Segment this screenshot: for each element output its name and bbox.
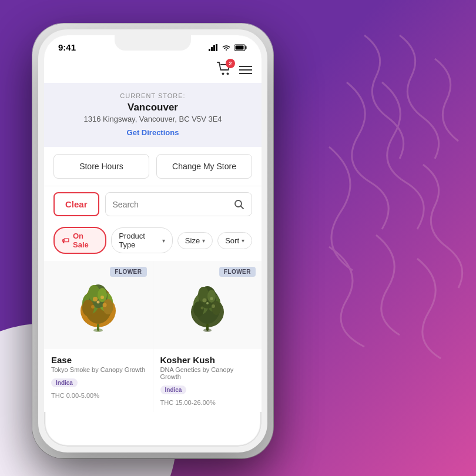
product-image-2 (175, 273, 240, 337)
hamburger-line-3 (239, 73, 252, 74)
search-input-wrap (105, 192, 252, 216)
size-chevron: ▾ (202, 237, 205, 244)
signal-icon (209, 44, 218, 51)
get-directions-link[interactable]: Get Directions (127, 128, 179, 137)
phone: 9:41 (38, 29, 267, 452)
svg-point-40 (206, 302, 209, 304)
svg-point-33 (207, 290, 216, 303)
cart-badge: 2 (226, 59, 235, 68)
search-input[interactable] (113, 200, 234, 209)
sort-chevron: ▾ (242, 237, 244, 244)
product-brand-2: DNA Genetics by Canopy Growth (160, 366, 255, 380)
svg-point-9 (227, 73, 229, 75)
product-name-1: Ease (51, 355, 146, 365)
product-thc-1: THC 0.00-5.00% (51, 392, 146, 399)
current-store-label: CURRENT STORE: (56, 92, 250, 99)
search-icon (234, 199, 244, 210)
store-address: 1316 Kingsway, Vancouver, BC V5V 3E4 (56, 115, 250, 123)
battery-icon (234, 44, 247, 51)
store-section: CURRENT STORE: Vancouver 1316 Kingsway, … (44, 83, 262, 147)
hamburger-line-2 (239, 69, 252, 71)
svg-point-23 (103, 303, 107, 307)
app-header: 2 (44, 57, 262, 83)
notch (115, 35, 191, 51)
menu-button[interactable] (239, 66, 252, 74)
status-icons (209, 44, 247, 51)
on-sale-filter[interactable]: 🏷 On Sale (53, 227, 106, 254)
product-type-badge-1: Indica (51, 378, 78, 387)
filter-row: 🏷 On Sale Product Type ▾ Size ▾ Sort ▾ (44, 222, 262, 261)
product-info-1: Ease Tokyo Smoke by Canopy Growth Indica… (44, 349, 153, 405)
on-sale-label: On Sale (73, 232, 98, 249)
phone-outer: 9:41 (32, 24, 273, 458)
svg-point-24 (97, 301, 100, 304)
flower-badge-1: FLOWER (110, 267, 146, 277)
svg-point-8 (222, 73, 224, 75)
svg-rect-4 (216, 44, 217, 51)
svg-point-10 (235, 200, 242, 207)
svg-point-35 (212, 301, 221, 315)
product-card-2[interactable]: FLOWER (153, 261, 262, 412)
product-type-filter[interactable]: Product Type ▾ (111, 227, 173, 253)
svg-rect-3 (213, 45, 215, 51)
product-image-wrap-1: FLOWER (44, 261, 153, 349)
svg-rect-6 (246, 46, 247, 49)
flower-badge-2: FLOWER (219, 267, 256, 277)
product-image-1 (66, 273, 130, 337)
search-bar: Clear (44, 186, 262, 222)
product-type-badge-2: Indica (160, 386, 187, 394)
product-brand-1: Tokyo Smoke by Canopy Growth (51, 366, 146, 373)
tag-icon: 🏷 (62, 236, 69, 245)
svg-point-37 (210, 297, 213, 300)
svg-point-22 (91, 305, 95, 309)
store-hours-button[interactable]: Store Hours (53, 154, 149, 179)
svg-point-20 (93, 297, 98, 301)
product-type-chevron: ▾ (162, 237, 165, 244)
product-info-2: Kosher Kush DNA Genetics by Canopy Growt… (153, 349, 262, 412)
svg-point-39 (212, 304, 215, 308)
sort-filter[interactable]: Sort ▾ (217, 232, 252, 249)
product-name-2: Kosher Kush (160, 355, 255, 365)
size-label: Size (185, 236, 200, 245)
svg-point-38 (200, 307, 203, 310)
product-card-1[interactable]: FLOWER (44, 261, 153, 412)
store-buttons: Store Hours Change My Store (44, 147, 262, 186)
product-image-wrap-2: FLOWER (153, 261, 262, 349)
svg-rect-7 (236, 45, 244, 49)
sort-label: Sort (225, 236, 239, 245)
clear-button[interactable]: Clear (53, 192, 99, 216)
size-filter[interactable]: Size ▾ (177, 232, 213, 249)
svg-point-21 (100, 296, 104, 299)
hamburger-line-1 (239, 66, 252, 67)
svg-rect-2 (211, 47, 213, 51)
status-time: 9:41 (58, 42, 76, 52)
product-type-label: Product Type (119, 232, 160, 249)
product-thc-2: THC 15.00-26.00% (160, 399, 255, 406)
svg-point-17 (98, 288, 107, 302)
wifi-icon (222, 44, 231, 51)
svg-rect-1 (209, 49, 210, 51)
svg-point-36 (202, 299, 206, 303)
change-store-button[interactable]: Change My Store (156, 154, 252, 179)
store-name: Vancouver (56, 102, 250, 113)
products-grid: FLOWER (44, 261, 262, 412)
svg-point-26 (93, 328, 103, 332)
svg-point-42 (203, 328, 212, 332)
cart-button[interactable]: 2 (217, 62, 232, 78)
